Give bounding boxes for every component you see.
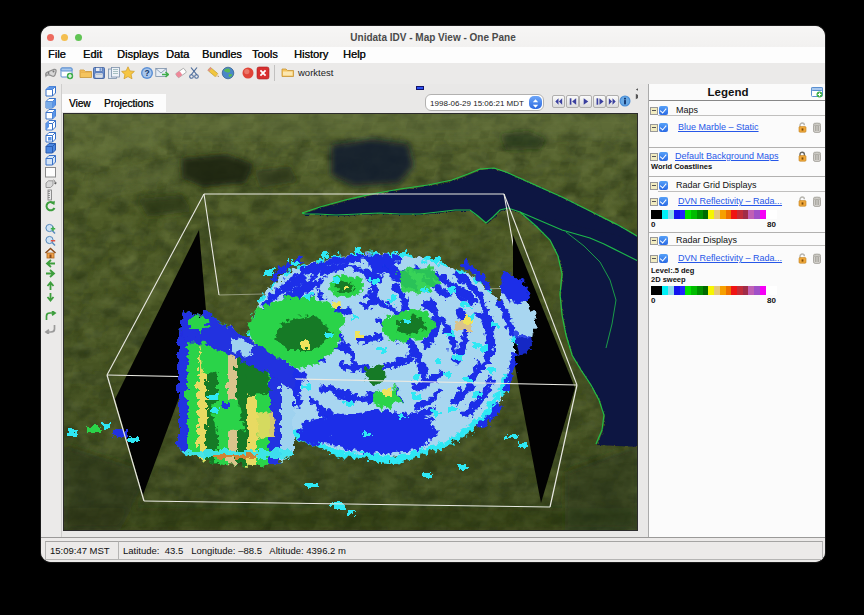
svg-text:?: ? xyxy=(144,68,149,78)
